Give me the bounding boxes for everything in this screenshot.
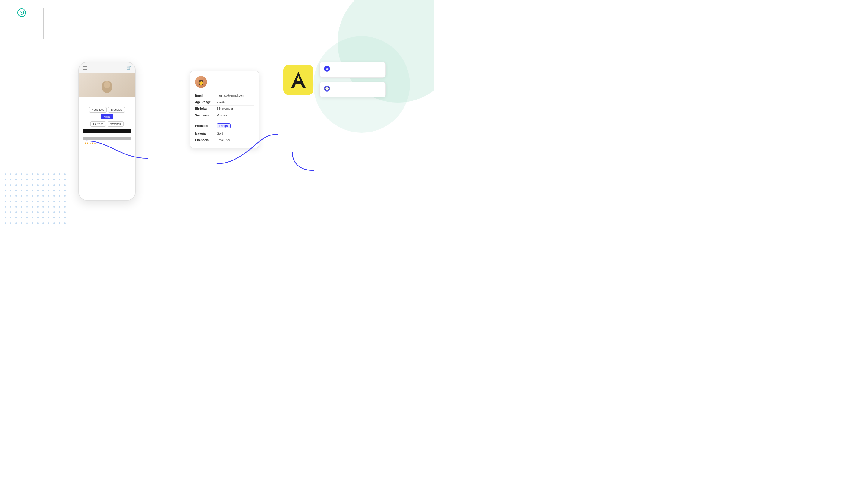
profile-avatar: 👩 xyxy=(195,76,207,88)
option-rings[interactable]: Rings xyxy=(101,114,113,119)
attentive-a-icon xyxy=(289,70,307,90)
email-value: hanna.p@email.com xyxy=(217,94,244,97)
profile-email-row: Email hanna.p@email.com xyxy=(195,92,254,99)
cart-icon[interactable]: 🛒 xyxy=(126,65,131,70)
phone-brand-box xyxy=(104,101,110,104)
channels-row: Channels Email, SMS xyxy=(195,137,254,143)
profile-age-row: Age Range 25-34 xyxy=(195,99,254,106)
header-divider xyxy=(43,8,44,38)
email-notification-card: ✉ xyxy=(319,62,386,78)
age-value: 25-34 xyxy=(217,101,224,104)
profile-card: 👩 Email hanna.p@email.com Age Range 25-3… xyxy=(190,71,259,148)
channels-label: Channels xyxy=(195,138,217,142)
option-watches[interactable]: Watches xyxy=(107,121,124,127)
sms-notif-icon: 💬 xyxy=(324,86,330,92)
notif-email-header: ✉ xyxy=(324,66,381,72)
okendo-icon xyxy=(18,8,26,17)
option-bracelets[interactable]: Bracelets xyxy=(108,107,125,113)
profile-birthday-row: Birthday 5 November xyxy=(195,106,254,112)
product-image xyxy=(79,73,135,97)
products-label: Products xyxy=(195,124,217,127)
notif-email-type: ✉ xyxy=(324,66,332,72)
attentive-logo-block xyxy=(283,65,313,95)
products-row: Products Rings xyxy=(195,122,254,130)
profile-header: 👩 xyxy=(195,76,254,88)
okendo-logo xyxy=(18,8,28,17)
preferences-section: Products Rings Material Gold Channels Em… xyxy=(195,122,254,143)
rating-stars: ★★★★★ xyxy=(84,142,96,145)
notif-sms-header: 💬 xyxy=(324,86,381,92)
birthday-value: 5 November xyxy=(217,107,233,110)
profile-sentiment-row: Sentiment Positive xyxy=(195,112,254,119)
okendo-dot xyxy=(21,12,22,13)
hamburger-icon xyxy=(83,65,87,70)
material-label: Material xyxy=(195,132,217,135)
option-earrings[interactable]: Earrings xyxy=(90,121,106,127)
okendo-inner-ring xyxy=(20,10,24,15)
material-value: Gold xyxy=(217,132,223,135)
phone-nav: 🛒 xyxy=(79,62,135,73)
phone-mockup: 🛒 Necklaces Bracelets Rings Earrings Wat… xyxy=(79,62,135,201)
product-rating: ★★★★★ xyxy=(83,142,131,145)
channels-value: Email, SMS xyxy=(217,138,232,142)
notifications-area: ✉ 💬 xyxy=(319,62,386,97)
content-area: 🛒 Necklaces Bracelets Rings Earrings Wat… xyxy=(0,56,434,201)
sentiment-label: Sentiment xyxy=(195,114,217,117)
email-notif-icon: ✉ xyxy=(324,66,330,72)
email-label: Email xyxy=(195,94,217,97)
sms-notification-card: 💬 xyxy=(319,82,386,97)
logo-row xyxy=(12,8,28,17)
survey-options: Necklaces Bracelets Rings xyxy=(83,107,131,119)
survey-options-row2: Earrings Watches xyxy=(83,121,131,127)
material-row: Material Gold xyxy=(195,130,254,137)
birthday-label: Birthday xyxy=(195,107,217,110)
notif-sms-type: 💬 xyxy=(324,86,332,92)
phone-body: Necklaces Bracelets Rings Earrings Watch… xyxy=(79,97,135,148)
products-value: Rings xyxy=(217,123,230,129)
age-label: Age Range xyxy=(195,101,217,104)
option-necklaces[interactable]: Necklaces xyxy=(89,107,107,113)
logos-area xyxy=(12,8,28,19)
svg-point-1 xyxy=(104,81,110,88)
sentiment-value: Positive xyxy=(217,114,227,117)
submit-button[interactable] xyxy=(83,129,131,133)
profile-name-area xyxy=(210,82,251,82)
add-to-cart-button[interactable] xyxy=(83,137,131,140)
header xyxy=(12,8,53,38)
